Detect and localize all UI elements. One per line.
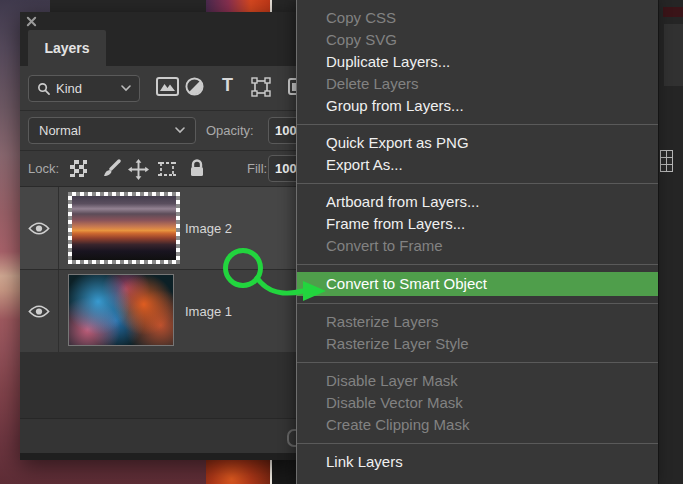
context-menu: Copy CSSCopy SVGDuplicate Layers...Delet…: [296, 0, 658, 484]
desktop: Layers Kind: [0, 0, 683, 484]
panel-tab-bar: Layers: [20, 30, 296, 66]
layers-panel: Layers Kind: [20, 12, 296, 460]
layer-name[interactable]: Image 1: [185, 270, 232, 352]
panel-footer: [20, 418, 296, 454]
menu-item: Copy SVG: [297, 29, 658, 51]
menu-section: Artboard from Layers...Frame from Layers…: [297, 184, 658, 264]
menu-item[interactable]: Quick Export as PNG: [297, 132, 658, 154]
adjustment-layer-filter-icon[interactable]: [185, 77, 204, 96]
filter-row: Kind T: [20, 66, 296, 111]
menu-section: Disable Layer MaskDisable Vector MaskCre…: [297, 363, 658, 443]
tab-layers-label: Layers: [44, 40, 89, 56]
lock-row: Lock: Fill: 100%: [20, 151, 296, 187]
menu-item: Convert to Frame: [297, 235, 658, 257]
panel-bottom-edge: [20, 453, 296, 460]
menu-item[interactable]: Artboard from Layers...: [297, 191, 658, 213]
fill-label: Fill:: [247, 161, 267, 176]
background-image-sliver-bottom: [206, 459, 272, 484]
layer-list: Image 2 Image 1: [20, 187, 296, 353]
chevron-down-icon: [175, 127, 185, 134]
layer-row-image-2[interactable]: Image 2: [20, 187, 296, 270]
chevron-down-icon: [121, 85, 131, 92]
fill-value[interactable]: 100%: [268, 155, 296, 182]
lock-artboard-icon[interactable]: [157, 159, 177, 179]
menu-item: Disable Layer Mask: [297, 370, 658, 392]
close-icon[interactable]: [26, 16, 37, 27]
background-image-sliver-right: [663, 7, 683, 17]
dock-grid-icon: [660, 150, 673, 172]
layer-list-empty-area: [20, 352, 296, 418]
menu-item: Create Clipping Mask: [297, 414, 658, 436]
layer-thumbnail[interactable]: [68, 274, 174, 346]
menu-section: Convert to Smart Object: [297, 265, 658, 303]
blend-row: Normal Opacity: 100%: [20, 111, 296, 151]
menu-item: Rasterize Layer Style: [297, 333, 658, 355]
opacity-label: Opacity:: [206, 123, 254, 138]
shape-layer-filter-icon[interactable]: [251, 77, 271, 97]
menu-item[interactable]: Link Layers: [297, 451, 658, 473]
menu-item[interactable]: Frame from Layers...: [297, 213, 658, 235]
lock-transparency-icon[interactable]: [70, 160, 87, 177]
blend-mode-dropdown[interactable]: Normal: [28, 117, 196, 144]
lock-position-move-icon[interactable]: [128, 159, 149, 180]
lock-all-icon[interactable]: [189, 159, 205, 178]
smart-object-filter-icon[interactable]: [288, 77, 296, 96]
menu-item[interactable]: Duplicate Layers...: [297, 51, 658, 73]
visibility-eye-icon[interactable]: [28, 304, 50, 319]
background-image-sliver-top: [206, 0, 272, 12]
menu-section: Quick Export as PNGExport As...: [297, 125, 658, 183]
menu-item[interactable]: Export As...: [297, 154, 658, 176]
layer-name[interactable]: Image 2: [185, 187, 232, 269]
menu-section: Rasterize LayersRasterize Layer Style: [297, 304, 658, 362]
menu-item: Rasterize Layers: [297, 311, 658, 333]
lock-label: Lock:: [28, 161, 59, 176]
pixel-layer-filter-icon[interactable]: [156, 77, 179, 96]
tab-layers[interactable]: Layers: [28, 30, 106, 66]
footer-icon-sliver: [287, 429, 296, 447]
filter-kind-dropdown[interactable]: Kind: [28, 75, 140, 102]
menu-item: Delete Layers: [297, 73, 658, 95]
lock-paint-brush-icon[interactable]: [102, 159, 121, 178]
background-dock-block: [664, 24, 683, 86]
layer-thumbnail-selected[interactable]: [68, 192, 180, 264]
menu-section: Copy CSSCopy SVGDuplicate Layers...Delet…: [297, 0, 658, 124]
search-icon: [37, 82, 50, 95]
menu-item: Copy CSS: [297, 7, 658, 29]
menu-item[interactable]: Group from Layers...: [297, 95, 658, 117]
menu-item[interactable]: Convert to Smart Object: [297, 272, 658, 296]
blend-mode-value: Normal: [39, 123, 81, 138]
background-dark-patch: [272, 459, 296, 484]
filter-kind-label: Kind: [56, 81, 82, 96]
layer-row-image-1[interactable]: Image 1: [20, 270, 296, 353]
menu-item: Disable Vector Mask: [297, 392, 658, 414]
visibility-eye-icon[interactable]: [28, 221, 50, 236]
type-layer-filter-icon[interactable]: T: [222, 75, 233, 95]
menu-section: Link Layers: [297, 444, 658, 480]
panel-titlebar: [20, 12, 296, 30]
opacity-value[interactable]: 100%: [268, 117, 296, 144]
